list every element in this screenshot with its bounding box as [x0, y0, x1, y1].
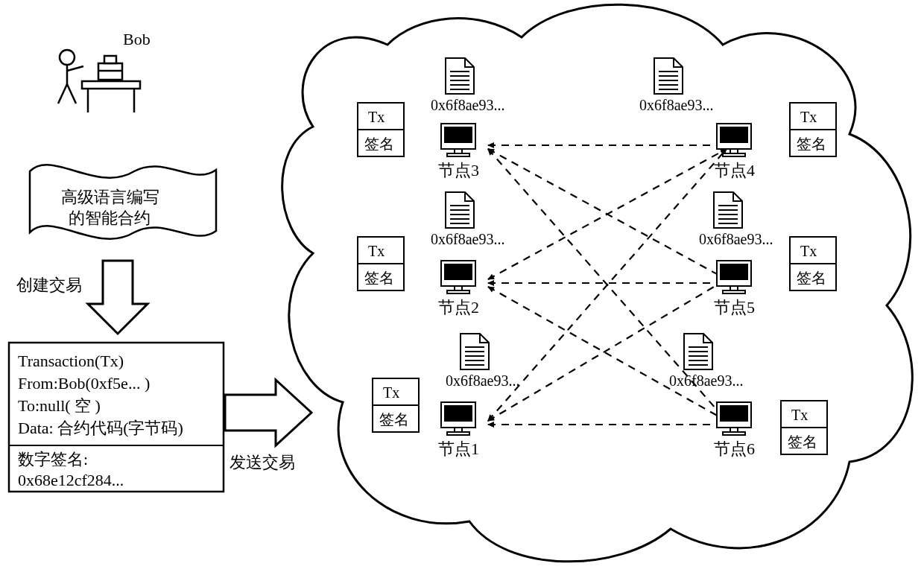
contract-doc-icon [684, 334, 712, 369]
txbox-line1: Transaction(Tx) [18, 352, 124, 370]
create-tx-arrow-label: 创建交易 [16, 276, 82, 294]
contract-source-banner: 高级语言编写 的智能合约 [30, 165, 216, 238]
txcell-bottom: 签名 [379, 411, 409, 428]
contract-hash-label: 0x6f8ae93... [699, 231, 773, 247]
contract-doc-icon [714, 192, 742, 228]
banner-line1: 高级语言编写 [61, 188, 159, 206]
node5-label: 节点5 [714, 298, 755, 317]
txcell-top: Tx [800, 243, 817, 259]
contract-hash-label: 0x6f8ae93... [639, 97, 713, 113]
node2-label: 节点2 [438, 298, 479, 317]
contract-hash-label: 0x6f8ae93... [431, 97, 504, 113]
txcell-bottom: 签名 [797, 270, 826, 286]
txbox-line3: To:null( 空 ) [18, 396, 101, 415]
txcell-bottom: 签名 [364, 270, 394, 286]
node6-label: 节点6 [714, 439, 755, 458]
contract-doc-icon [446, 58, 474, 94]
txcell-top: Tx [800, 109, 817, 125]
send-tx-arrow-icon [225, 380, 311, 445]
txcell-bottom: 签名 [797, 136, 826, 152]
contract-hash-label: 0x6f8ae93... [446, 372, 519, 389]
txcell-bottom: 签名 [788, 434, 817, 450]
txcell-top: Tx [368, 243, 385, 259]
txbox-line4: Data: 合约代码(字节码) [18, 419, 183, 437]
contract-doc-icon [446, 192, 474, 228]
create-tx-arrow-icon [88, 261, 148, 334]
contract-doc-icon [654, 58, 683, 94]
contract-hash-label: 0x6f8ae93... [431, 231, 504, 247]
send-tx-arrow-label: 发送交易 [230, 453, 295, 471]
node3-label: 节点3 [438, 161, 479, 180]
banner-line2: 的智能合约 [69, 209, 151, 227]
txcell-top: Tx [383, 384, 399, 401]
svg-rect-12 [82, 81, 140, 89]
txbox-sig-label: 数字签名: [18, 450, 88, 469]
transaction-box: Transaction(Tx) From:Bob(0xf5e... ) To:n… [9, 343, 224, 492]
svg-point-11 [60, 50, 75, 65]
txcell-bottom: 签名 [364, 136, 394, 152]
contract-hash-label: 0x6f8ae93... [669, 372, 743, 389]
svg-rect-17 [104, 56, 116, 63]
txbox-sig-value: 0x68e12cf284... [18, 471, 124, 489]
node4-label: 节点4 [714, 161, 755, 180]
txcell-top: Tx [791, 407, 808, 423]
user-name-label: Bob [123, 30, 151, 48]
node1-label: 节点1 [438, 439, 479, 458]
txcell-top: Tx [368, 109, 385, 125]
contract-doc-icon [461, 334, 489, 369]
txbox-line2: From:Bob(0xf5e... ) [18, 374, 150, 393]
user-at-desk-icon [58, 50, 140, 112]
